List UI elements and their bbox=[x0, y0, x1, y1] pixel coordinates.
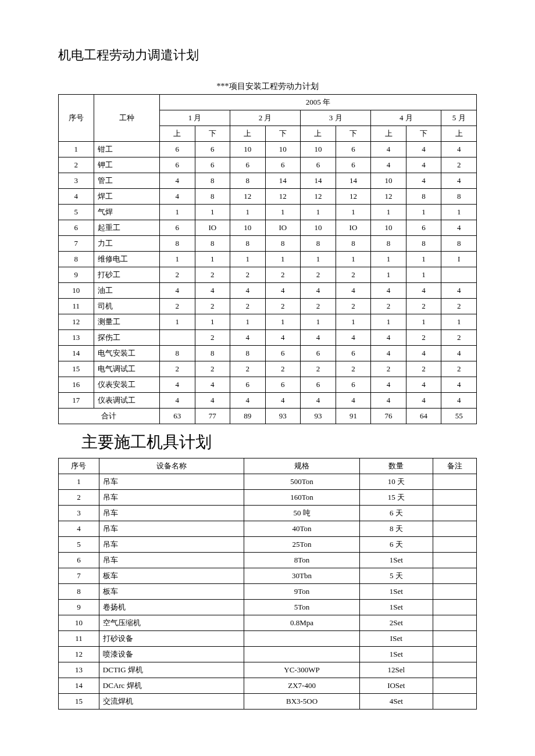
cell-qty: 6 天 bbox=[359, 506, 433, 521]
cell-value: 2 bbox=[336, 361, 371, 377]
cell-value: 1 bbox=[301, 252, 336, 267]
cell-value: 8 bbox=[230, 346, 266, 361]
table-row: 13探伤工24444422 bbox=[59, 330, 477, 346]
table-row: 11司机222222222 bbox=[59, 299, 477, 314]
cell-value: 4 bbox=[441, 377, 477, 393]
cell-value: 4 bbox=[159, 377, 195, 393]
cell-value: 4 bbox=[230, 330, 266, 346]
cell-qty: 4Set bbox=[359, 694, 433, 710]
cell-qty: 10 天 bbox=[359, 474, 433, 490]
cell-value: 6 bbox=[230, 157, 266, 173]
cell-value: 8 bbox=[230, 173, 266, 189]
col-half: 上 bbox=[159, 126, 195, 142]
table-row: 8板车9Ton1Set bbox=[59, 584, 477, 600]
cell-notes bbox=[433, 600, 477, 615]
cell-value: 8 bbox=[336, 236, 371, 252]
cell-seq: 10 bbox=[59, 283, 94, 299]
col-spec: 规格 bbox=[244, 458, 359, 474]
cell-notes bbox=[433, 506, 477, 521]
cell-value: 2 bbox=[265, 299, 301, 314]
cell-spec: YC-300WP bbox=[244, 662, 359, 678]
cell-seq: 8 bbox=[59, 584, 99, 600]
cell-value: 8 bbox=[265, 236, 301, 252]
cell-qty: 1Set bbox=[359, 600, 433, 615]
cell-value: 1 bbox=[230, 314, 266, 330]
table-row: 6吊车8Ton1Set bbox=[59, 553, 477, 568]
cell-value: 8 bbox=[301, 236, 336, 252]
table-row: 2吊车160Ton15 天 bbox=[59, 490, 477, 506]
cell-value: 4 bbox=[230, 393, 266, 409]
cell-value: 6 bbox=[301, 346, 336, 361]
cell-value: 4 bbox=[441, 142, 477, 157]
cell-value: 2 bbox=[336, 267, 371, 283]
cell-value: 1 bbox=[406, 314, 441, 330]
cell-value: 6 bbox=[336, 157, 371, 173]
cell-seq: 5 bbox=[59, 537, 99, 553]
total-cell: 64 bbox=[406, 409, 441, 424]
cell-seq: 9 bbox=[59, 600, 99, 615]
cell-seq: 16 bbox=[59, 377, 94, 393]
cell-type: 气焊 bbox=[94, 205, 159, 220]
cell-value: 4 bbox=[336, 283, 371, 299]
cell-value: 4 bbox=[371, 330, 406, 346]
cell-value: 2 bbox=[371, 361, 406, 377]
cell-value: 6 bbox=[159, 157, 195, 173]
cell-type: 维修电工 bbox=[94, 252, 159, 267]
cell-value: 10 bbox=[371, 173, 406, 189]
cell-name: 交流焊机 bbox=[99, 694, 244, 710]
cell-notes bbox=[433, 584, 477, 600]
cell-notes bbox=[433, 631, 477, 647]
cell-value bbox=[159, 330, 195, 346]
cell-value: 1 bbox=[159, 314, 195, 330]
cell-seq: 12 bbox=[59, 647, 99, 662]
total-cell: 77 bbox=[195, 409, 230, 424]
cell-spec bbox=[244, 631, 359, 647]
cell-name: DCArc 焊机 bbox=[99, 678, 244, 694]
col-half: 上 bbox=[301, 126, 336, 142]
table-row: 3吊车50 吨6 天 bbox=[59, 506, 477, 521]
table-row: 12测量工111111111 bbox=[59, 314, 477, 330]
cell-value: 2 bbox=[195, 267, 230, 283]
cell-seq: 11 bbox=[59, 631, 99, 647]
col-month: 3 月 bbox=[301, 110, 371, 126]
cell-seq: 4 bbox=[59, 521, 99, 537]
cell-value: 6 bbox=[336, 142, 371, 157]
col-year: 2005 年 bbox=[159, 95, 476, 110]
cell-value: 2 bbox=[441, 361, 477, 377]
cell-value: 4 bbox=[406, 142, 441, 157]
cell-value: 8 bbox=[195, 189, 230, 205]
total-cell: 93 bbox=[301, 409, 336, 424]
cell-type: 钳工 bbox=[94, 142, 159, 157]
cell-seq: 3 bbox=[59, 506, 99, 521]
cell-value: 6 bbox=[265, 346, 301, 361]
cell-type: 力工 bbox=[94, 236, 159, 252]
cell-value: 4 bbox=[159, 189, 195, 205]
cell-value: 6 bbox=[195, 142, 230, 157]
cell-value: 1 bbox=[371, 267, 406, 283]
cell-value: 2 bbox=[159, 267, 195, 283]
col-seq: 序号 bbox=[59, 95, 94, 142]
cell-seq: 13 bbox=[59, 330, 94, 346]
cell-value: 6 bbox=[406, 220, 441, 236]
cell-spec: 0.8Mpa bbox=[244, 615, 359, 631]
cell-seq: 12 bbox=[59, 314, 94, 330]
cell-name: 吊车 bbox=[99, 490, 244, 506]
cell-value: 2 bbox=[301, 267, 336, 283]
cell-value: 4 bbox=[441, 346, 477, 361]
cell-value: 4 bbox=[371, 142, 406, 157]
cell-value: 2 bbox=[441, 157, 477, 173]
col-half: 下 bbox=[195, 126, 230, 142]
cell-spec: 50 吨 bbox=[244, 506, 359, 521]
cell-value: 1 bbox=[265, 314, 301, 330]
cell-value: 4 bbox=[441, 283, 477, 299]
cell-value: 1 bbox=[159, 205, 195, 220]
cell-type: 钾工 bbox=[94, 157, 159, 173]
cell-value: 1 bbox=[230, 205, 266, 220]
cell-value: 8 bbox=[195, 346, 230, 361]
cell-value: 10 bbox=[301, 142, 336, 157]
table-row: 15电气调试工222222222 bbox=[59, 361, 477, 377]
cell-value: 6 bbox=[230, 377, 266, 393]
cell-value: 4 bbox=[441, 173, 477, 189]
col-seq: 序号 bbox=[59, 458, 99, 474]
cell-type: 油工 bbox=[94, 283, 159, 299]
